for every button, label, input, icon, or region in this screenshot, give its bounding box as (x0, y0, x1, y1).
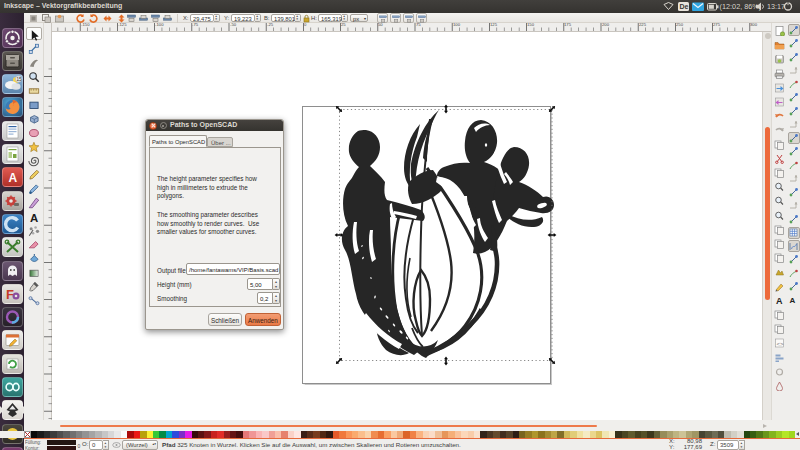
svg-text:De: De (680, 3, 689, 10)
svg-text:A: A (8, 171, 17, 185)
svg-text:A: A (29, 212, 37, 223)
svg-text:15: 15 (16, 77, 21, 82)
svg-text:F: F (6, 287, 14, 302)
svg-text:13:17: 13:17 (767, 2, 785, 11)
svg-text:<>: <> (777, 341, 785, 347)
svg-text:(12:02, 86%): (12:02, 86%) (720, 2, 762, 11)
